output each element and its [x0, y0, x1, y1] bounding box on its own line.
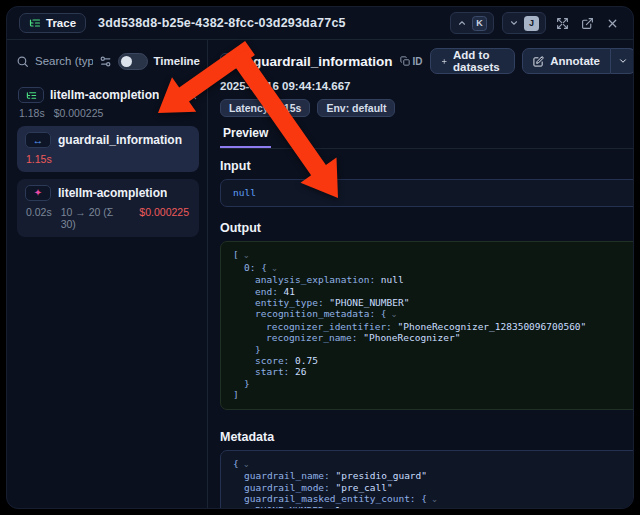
code-line: PHONE_NUMBER: 1 — [233, 505, 634, 509]
expand-caret-icon[interactable]: ⌄ — [431, 494, 438, 504]
root-trace-metrics: 1.18s $0.000225 — [16, 105, 200, 119]
cost-value: $0.000225 — [139, 206, 189, 230]
keyboard-shortcut-j: J — [524, 16, 539, 31]
observation-detail-panel: ↔ guardrail_information ID Add to datase… — [208, 40, 634, 509]
annotate-button[interactable]: Annotate — [522, 48, 611, 74]
timeline-toggle[interactable] — [118, 53, 148, 70]
edit-pencil-icon — [533, 56, 544, 67]
arrows-pointing-out-icon — [556, 17, 569, 30]
list-tree-icon — [29, 17, 41, 29]
trace-tree-sidebar: Timeline litellm-acompletion — [7, 40, 208, 509]
metadata-json-viewer: {⌄guardrail_name: "presidio_guard"guardr… — [220, 450, 634, 509]
open-external-button[interactable] — [579, 15, 596, 32]
close-button[interactable] — [604, 15, 621, 32]
copy-id-button[interactable]: ID — [400, 56, 423, 67]
code-line: recognition_metadata: {⌄ — [233, 308, 634, 320]
latency-value: 1.15s — [26, 153, 52, 165]
chevron-down-icon — [618, 56, 628, 66]
tree-item-guardrail-information[interactable]: ↔ guardrail_information 1.15s — [17, 126, 199, 172]
expand-caret-icon[interactable]: ⌄ — [243, 250, 250, 260]
latency-value: 1.18s — [19, 107, 45, 119]
environment-badge: Env: default — [317, 99, 395, 117]
expand-caret-icon[interactable]: ⌄ — [391, 309, 398, 319]
span-icon: ↔ — [25, 132, 51, 148]
prev-observation-button[interactable]: K — [450, 12, 494, 34]
code-line: recognizer_name: "PhoneRecognizer" — [233, 332, 634, 343]
code-line: entity_type: "PHONE_NUMBER" — [233, 297, 634, 308]
plus-icon — [441, 56, 448, 67]
output-json-viewer: [⌄0: {⌄analysis_explanation: nullend: 41… — [220, 241, 634, 409]
latency-value: 0.02s — [26, 206, 52, 230]
expand-collapse-all-icon[interactable] — [187, 90, 198, 101]
code-line: start: 26 — [233, 366, 634, 377]
next-observation-button[interactable]: J — [502, 12, 546, 34]
expand-caret-icon[interactable]: ⌄ — [243, 459, 250, 469]
tree-item-label: litellm-acompletion — [58, 186, 167, 200]
timeline-label: Timeline — [154, 55, 200, 67]
code-line: guardrail_mode: "pre_call" — [233, 482, 634, 493]
code-line: } — [233, 378, 634, 389]
trace-tree-icon — [18, 87, 44, 103]
search-input[interactable] — [35, 55, 93, 67]
trace-badge-label: Trace — [46, 17, 76, 29]
code-line: } — [233, 344, 634, 355]
trace-detail-window: Trace 3dd538d8-b25e-4382-8fcc-03d293da77… — [6, 6, 634, 509]
latency-badge: Latency: 1.15s — [220, 99, 310, 117]
keyboard-shortcut-k: K — [472, 16, 487, 31]
code-line: guardrail_masked_entity_count: {⌄ — [233, 493, 634, 505]
expand-fullscreen-button[interactable] — [554, 15, 571, 32]
input-null-value: null — [233, 187, 256, 198]
tree-item-label: guardrail_information — [58, 133, 182, 147]
output-section-title: Output — [220, 221, 261, 235]
input-section-title: Input — [220, 159, 251, 173]
page-title: guardrail_information — [253, 54, 393, 69]
detail-tabs: Preview — [220, 126, 634, 149]
filter-settings-icon[interactable] — [99, 55, 112, 68]
trace-id: 3dd538d8-b25e-4382-8fcc-03d293da77c5 — [98, 16, 346, 30]
generation-sparkle-icon: ✦ — [25, 185, 51, 201]
trace-type-badge: Trace — [19, 13, 86, 33]
code-line: {⌄ — [233, 458, 634, 470]
expand-caret-icon[interactable]: ⌄ — [271, 263, 278, 273]
tab-preview[interactable]: Preview — [220, 126, 271, 148]
code-line: guardrail_name: "presidio_guard" — [233, 470, 634, 481]
tree-item-litellm-acompletion[interactable]: ✦ litellm-acompletion 0.02s 10 → 20 (Σ 3… — [17, 179, 199, 237]
chevron-up-icon — [457, 18, 467, 28]
code-line: score: 0.75 — [233, 355, 634, 366]
input-json-viewer: null — [220, 179, 634, 207]
copy-icon — [400, 56, 410, 66]
add-to-datasets-button[interactable]: Add to datasets — [430, 48, 516, 74]
code-line: ] — [233, 389, 634, 400]
metadata-section-title: Metadata — [220, 430, 274, 444]
close-icon — [606, 17, 619, 30]
token-usage-value: 10 → 20 (Σ 30) — [61, 206, 131, 230]
observation-timestamp: 2025-05-16 09:44:14.667 — [220, 80, 634, 92]
annotate-dropdown-button[interactable] — [611, 48, 634, 74]
code-line: analysis_explanation: null — [233, 274, 634, 285]
code-line: 0: {⌄ — [233, 262, 634, 274]
code-line: recognizer_identifier: "PhoneRecognizer_… — [233, 321, 634, 332]
span-icon: ↔ — [220, 53, 246, 69]
cost-value: $0.000225 — [54, 107, 104, 119]
external-link-icon — [581, 17, 594, 30]
code-line: end: 41 — [233, 286, 634, 297]
search-icon — [16, 55, 29, 68]
code-line: [⌄ — [233, 249, 634, 261]
chevron-down-icon — [509, 18, 519, 28]
topbar: Trace 3dd538d8-b25e-4382-8fcc-03d293da77… — [7, 7, 633, 40]
tree-item-label: litellm-acompletion — [50, 88, 159, 102]
collapse-tree-icon[interactable] — [169, 90, 180, 101]
tree-item-root-trace[interactable]: litellm-acompletion — [16, 85, 200, 105]
